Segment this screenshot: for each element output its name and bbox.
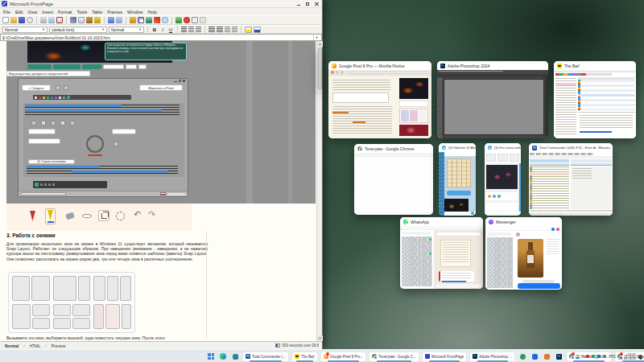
font-color-icon[interactable]	[254, 27, 261, 33]
save-icon[interactable]	[19, 17, 25, 23]
messenger-photo	[518, 239, 543, 278]
taskview-window-whatsapp[interactable]: WhatsApp	[400, 217, 483, 289]
cut-icon[interactable]	[70, 17, 76, 23]
pinned-icon-orange[interactable]	[542, 352, 551, 361]
drawing-icon[interactable]	[154, 17, 160, 23]
onedrive-icon[interactable]: ☁	[575, 354, 580, 360]
scrollbar-thumb[interactable]	[318, 47, 322, 89]
taskbar-button-photoshop[interactable]: PsAdobe Photoshop ...	[469, 352, 515, 362]
start-button[interactable]	[206, 352, 216, 361]
highlight-color-icon[interactable]	[245, 27, 252, 33]
language-indicator[interactable]: РУС	[609, 355, 616, 359]
menu-table[interactable]: Table	[92, 10, 102, 14]
open-icon[interactable]	[10, 17, 17, 23]
taskview-window-photoshop[interactable]: PsAdobe Photoshop 2024	[437, 61, 548, 138]
frontpage-titlebar[interactable]: Microsoft FrontPage	[0, 0, 322, 8]
search-icon[interactable]	[27, 17, 33, 23]
photo-nav-chip[interactable]	[138, 64, 147, 69]
paste-icon[interactable]	[86, 17, 93, 23]
taskview-window-messenger[interactable]: Messenger	[485, 217, 562, 290]
redo-icon[interactable]	[116, 17, 122, 23]
menu-format[interactable]: Format	[58, 10, 72, 14]
align-right-icon[interactable]	[196, 27, 201, 32]
menu-window[interactable]: Window	[127, 10, 143, 14]
photo-nav-chip[interactable]	[103, 64, 124, 69]
taskview-window-telegram-2[interactable]: (5) Кто была online...	[485, 143, 521, 216]
new-page-icon[interactable]	[2, 17, 9, 23]
close-button[interactable]	[312, 1, 320, 7]
photo-nav-chip[interactable]	[126, 64, 137, 69]
format-painter-icon[interactable]	[94, 17, 101, 23]
taskbar-button-firefox[interactable]: Google Pixel 8 Pro...	[320, 352, 366, 362]
numbered-list-icon[interactable]	[208, 27, 215, 32]
hyperlink-icon[interactable]	[162, 17, 168, 23]
minimize-button[interactable]	[295, 1, 303, 7]
show-all-icon[interactable]	[192, 17, 198, 23]
menu-tools[interactable]: Tools	[76, 10, 87, 14]
tray-app-icon[interactable]	[597, 355, 601, 358]
document-path-bar[interactable]: E:\OneDrive\Мои документы\Inter.Ru\Word …	[0, 34, 322, 41]
tray-app-icon[interactable]	[586, 355, 589, 358]
photo-action-chip[interactable]	[82, 64, 101, 69]
vertical-scrollbar[interactable]: ▲ ▼	[316, 41, 322, 341]
insert-component-icon[interactable]	[130, 17, 136, 23]
maximize-button[interactable]	[303, 1, 312, 7]
align-left-icon[interactable]	[181, 27, 187, 32]
path-dropdown-icon[interactable]: ▼	[313, 35, 320, 40]
copy-icon[interactable]	[78, 17, 85, 23]
decrease-indent-icon[interactable]	[225, 27, 230, 32]
taskbar-button-thebat[interactable]: The Bat!	[291, 352, 318, 362]
style-dropdown[interactable]: Normal▼	[2, 27, 47, 33]
tray-app-icon[interactable]	[592, 355, 595, 358]
undo-icon[interactable]	[108, 17, 114, 23]
menu-insert[interactable]: Insert	[42, 10, 53, 14]
increase-indent-icon[interactable]	[232, 27, 237, 32]
tray-chevron-icon[interactable]: ^	[582, 354, 584, 359]
pinned-icon-navy[interactable]: LR	[554, 352, 564, 361]
bold-button[interactable]: B	[151, 27, 158, 33]
menu-edit[interactable]: Edit	[15, 10, 23, 14]
edge-button[interactable]	[218, 352, 228, 361]
view-tab-normal[interactable]: Normal	[3, 343, 20, 348]
taskview-window-thebat[interactable]: The Bat!	[554, 61, 636, 138]
pinned-icon-blue[interactable]	[530, 352, 539, 361]
taskview-window-firefox[interactable]: Google Pixel 8 Pro — Mozilla Firefox	[328, 61, 431, 138]
scroll-down-icon[interactable]: ▼	[317, 335, 323, 341]
preview-icon[interactable]	[48, 17, 55, 23]
taskview-window-telegram-1[interactable]: (5) Valentin @ Alex T...	[439, 143, 476, 216]
pinned-icon-green[interactable]	[518, 352, 527, 361]
toolbar-options-icon[interactable]	[200, 17, 206, 23]
spelling-icon[interactable]	[56, 17, 63, 23]
menu-frames[interactable]: Frames	[107, 10, 122, 14]
align-center-icon[interactable]	[188, 27, 194, 32]
photo-action-chip[interactable]	[27, 64, 52, 69]
clock[interactable]: 13:42 21.10.2023	[618, 352, 636, 360]
taskbar-button-totalcommander[interactable]: TCTotal Commander (...	[242, 352, 289, 362]
view-tab-preview[interactable]: Preview	[50, 343, 68, 348]
font-dropdown[interactable]: (default font)▼	[49, 27, 107, 33]
taskbar-button-frontpage[interactable]: Microsoft FrontPage	[422, 352, 468, 362]
photo-action-chip[interactable]	[53, 64, 80, 69]
tray-app-icon[interactable]	[603, 355, 606, 358]
view-tab-html[interactable]: HTML	[28, 343, 43, 348]
pinned-app-button[interactable]	[230, 352, 240, 361]
scroll-up-icon[interactable]: ▲	[317, 41, 323, 47]
font-size-dropdown[interactable]: Normal▼	[109, 27, 144, 33]
menu-file[interactable]: File	[3, 10, 10, 14]
menu-help[interactable]: Help	[148, 10, 157, 14]
menu-view[interactable]: View	[27, 10, 37, 14]
insert-picture-icon[interactable]	[146, 17, 152, 23]
stop-icon[interactable]	[184, 17, 190, 23]
notification-bell-icon[interactable]	[638, 355, 642, 359]
bulleted-list-icon[interactable]	[217, 27, 223, 32]
taskview-window-chrome-telegram[interactable]: Телеграм - Google Chrome	[354, 144, 433, 215]
taskview-window-totalcommander[interactable]: TCTotal Commander (x64) 9.51 - Егин А., …	[529, 143, 613, 216]
print-icon[interactable]	[40, 17, 47, 23]
underline-button[interactable]: U	[167, 27, 174, 33]
taskbar-button-chrome-telegram[interactable]: Телеграм - Google C...	[369, 352, 419, 362]
insert-table-icon[interactable]	[138, 17, 144, 23]
edge-icon	[220, 353, 226, 360]
refresh-icon[interactable]	[175, 17, 182, 23]
document-area[interactable]: Список данных, вставленных в буфер обмен…	[0, 41, 317, 341]
italic-button[interactable]: I	[159, 27, 166, 33]
